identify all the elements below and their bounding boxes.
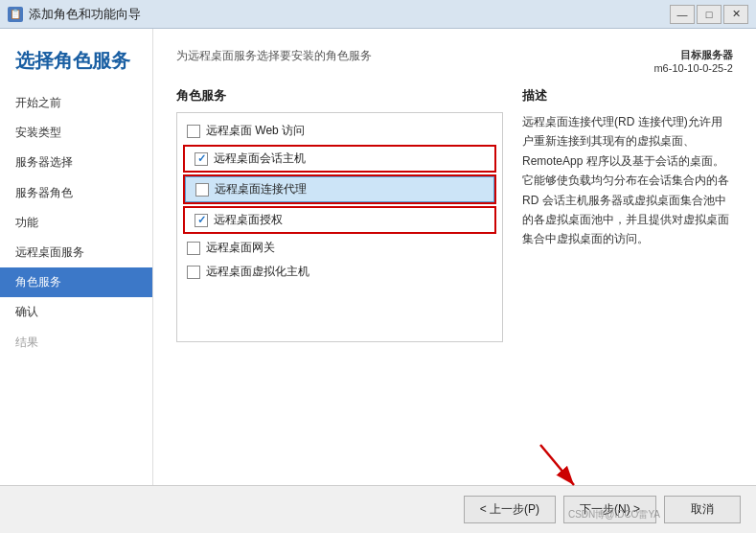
checkbox-1[interactable] <box>195 152 208 166</box>
sidebar-item-install-type[interactable]: 安装类型 <box>0 118 152 148</box>
sidebar-item-server-roles[interactable]: 服务器角色 <box>0 178 152 208</box>
sidebar-item-before-start[interactable]: 开始之前 <box>0 88 152 118</box>
role-label-3: 远程桌面授权 <box>214 212 283 228</box>
watermark: CSDN博@IDCO雷YA <box>568 508 660 521</box>
role-label-0: 远程桌面 Web 访问 <box>206 123 305 139</box>
checkbox-2[interactable] <box>195 183 209 197</box>
checkbox-0[interactable] <box>187 125 200 138</box>
minimize-button[interactable]: — <box>670 5 695 24</box>
main-container: 选择角色服务 开始之前 安装类型 服务器选择 服务器角色 功能 远程桌面服务 角… <box>0 29 756 485</box>
role-col-header: 角色服务 <box>176 87 503 104</box>
cancel-button[interactable]: 取消 <box>664 496 741 523</box>
back-button[interactable]: < 上一步(P) <box>464 496 556 523</box>
sidebar: 选择角色服务 开始之前 安装类型 服务器选择 服务器角色 功能 远程桌面服务 角… <box>0 29 153 485</box>
target-server-info: 目标服务器 m6-10-10-0-25-2 <box>653 48 733 74</box>
role-item-3-wrapper: 远程桌面授权 <box>183 206 496 234</box>
sidebar-title: 选择角色服务 <box>15 48 137 73</box>
role-col: 角色服务 远程桌面 Web 访问 远程桌面会话主机 <box>176 87 503 342</box>
sidebar-item-features[interactable]: 功能 <box>0 208 152 238</box>
sidebar-header: 选择角色服务 <box>0 38 152 88</box>
checkbox-list: 远程桌面 Web 访问 远程桌面会话主机 远程桌面连接代理 <box>176 112 503 342</box>
sidebar-item-role-services[interactable]: 角色服务 <box>0 267 152 297</box>
content-header: 为远程桌面服务选择要安装的角色服务 目标服务器 m6-10-10-0-25-2 <box>176 48 733 74</box>
sidebar-item-rds[interactable]: 远程桌面服务 <box>0 238 152 267</box>
content-subtitle: 为远程桌面服务选择要安装的角色服务 <box>176 48 372 64</box>
target-server-value: m6-10-10-0-25-2 <box>653 62 733 74</box>
role-item-1[interactable]: 远程桌面会话主机 <box>185 147 494 171</box>
sidebar-item-confirm[interactable]: 确认 <box>0 297 152 327</box>
maximize-button[interactable]: □ <box>697 5 722 24</box>
sidebar-item-server-select[interactable]: 服务器选择 <box>0 148 152 177</box>
description-text: 远程桌面连接代理(RD 连接代理)允许用户重新连接到其现有的虚拟桌面、Remot… <box>522 112 733 249</box>
title-bar: 📋 添加角色和功能向导 — □ ✕ <box>0 0 756 29</box>
window-title: 添加角色和功能向导 <box>29 6 141 23</box>
checkbox-3[interactable] <box>195 214 208 227</box>
target-server-label: 目标服务器 <box>653 48 733 62</box>
role-label-2: 远程桌面连接代理 <box>215 181 307 197</box>
desc-col-header: 描述 <box>522 87 733 104</box>
title-bar-left: 📋 添加角色和功能向导 <box>8 6 141 23</box>
two-col-layout: 角色服务 远程桌面 Web 访问 远程桌面会话主机 <box>176 87 733 342</box>
role-label-1: 远程桌面会话主机 <box>214 151 306 167</box>
app-icon: 📋 <box>8 7 23 22</box>
window-controls: — □ ✕ <box>670 5 748 24</box>
role-label-5: 远程桌面虚拟化主机 <box>206 264 309 280</box>
content-area: 为远程桌面服务选择要安装的角色服务 目标服务器 m6-10-10-0-25-2 … <box>153 29 756 485</box>
role-item-1-wrapper: 远程桌面会话主机 <box>183 145 496 173</box>
role-item-3[interactable]: 远程桌面授权 <box>185 208 494 232</box>
bottom-bar: < 上一步(P) 下一步(N) > 取消 CSDN博@IDCO雷YA <box>0 485 756 533</box>
desc-col: 描述 远程桌面连接代理(RD 连接代理)允许用户重新连接到其现有的虚拟桌面、Re… <box>522 87 733 342</box>
role-label-4: 远程桌面网关 <box>206 240 275 256</box>
sidebar-item-results[interactable]: 结果 <box>0 328 152 358</box>
role-item-0[interactable]: 远程桌面 Web 访问 <box>177 119 502 143</box>
role-item-2-wrapper: 远程桌面连接代理 <box>183 174 496 204</box>
checkbox-5[interactable] <box>187 266 200 279</box>
role-item-4[interactable]: 远程桌面网关 <box>177 236 502 260</box>
close-button[interactable]: ✕ <box>723 5 748 24</box>
role-item-5[interactable]: 远程桌面虚拟化主机 <box>177 260 502 284</box>
checkbox-4[interactable] <box>187 242 200 255</box>
role-item-2[interactable]: 远程桌面连接代理 <box>185 176 494 202</box>
